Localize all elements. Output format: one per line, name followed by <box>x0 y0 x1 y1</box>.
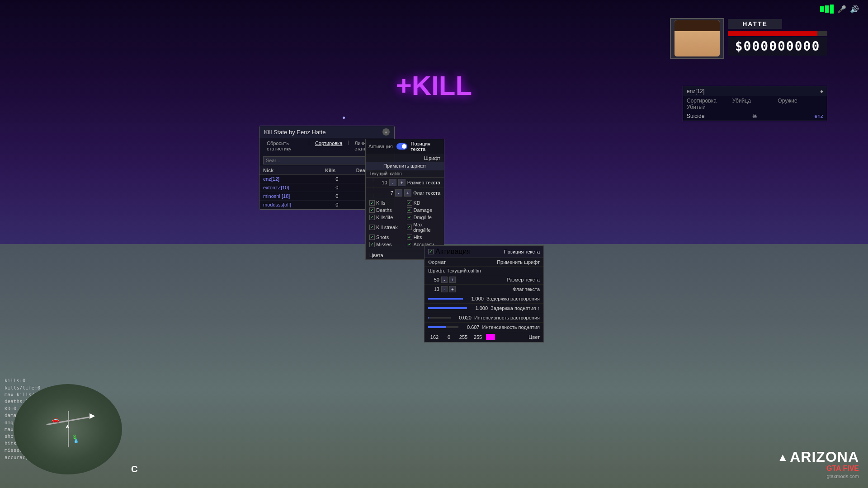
arizona-logo-text: ▲ ARIZONA <box>777 449 859 465</box>
stat-kills: kills:0 <box>5 377 52 384</box>
arizona-logo: ▲ ARIZONA GTA FIVE gtaxmods.com <box>777 449 859 479</box>
kill-log-close[interactable]: ● <box>820 88 823 94</box>
slider-track-1[interactable] <box>428 298 463 300</box>
check-shots-box[interactable]: ✓ <box>369 235 375 240</box>
fp-check-hits[interactable]: ✓ Hits <box>407 235 441 240</box>
row-kills: 0 <box>321 192 353 201</box>
fp-apply-font-btn[interactable]: Применить шрифт <box>366 162 444 170</box>
world-dot <box>343 117 345 119</box>
fp-flag-minus[interactable]: - <box>395 189 402 197</box>
slider-track-2[interactable] <box>428 307 467 309</box>
fp-check-killslife[interactable]: ✓ Kills/life <box>369 215 403 220</box>
kill-state-close-button[interactable]: ● <box>382 128 390 136</box>
kill-log-header: enz[12] ● <box>683 86 827 96</box>
row-kills: 0 <box>321 183 353 192</box>
check-misses-box[interactable]: ✓ <box>369 242 375 247</box>
victim-name: enz <box>778 113 823 119</box>
check-damage-box[interactable]: ✓ <box>407 207 412 213</box>
check-killslife-box[interactable]: ✓ <box>369 215 375 220</box>
fp-check-killstreak[interactable]: ✓ Kill streak <box>369 222 403 233</box>
health-bar <box>728 31 817 36</box>
sp2-size-minus[interactable]: - <box>441 277 448 283</box>
fp-check-maxdmg[interactable]: ✓ Max dmg/life <box>407 222 441 233</box>
fp-check-dmglife[interactable]: ✓ Dmg/life <box>407 215 441 220</box>
fp-check-misses[interactable]: ✓ Misses <box>369 242 403 247</box>
compass-arrow: ▶ <box>90 411 95 420</box>
activation-toggle[interactable] <box>396 143 407 150</box>
fp-check-deaths[interactable]: ✓ Deaths <box>369 207 403 213</box>
fp-check-shots[interactable]: ✓ Shots <box>369 235 403 240</box>
check-accuracy-box[interactable]: ✓ <box>407 242 412 247</box>
check-deaths-label: Deaths <box>376 207 392 213</box>
check-kd-box[interactable]: ✓ <box>407 200 412 206</box>
tab-sort[interactable]: Сортировка <box>311 140 346 152</box>
col-nick-header: Nick <box>259 166 321 175</box>
fp-size-plus[interactable]: + <box>398 179 406 186</box>
row-nick: extonzZ[10] <box>259 183 321 192</box>
sp2-size-plus[interactable]: + <box>449 277 456 283</box>
toggle-dot <box>402 144 406 149</box>
check-kills-label: Kills <box>376 200 385 206</box>
sp2-size-row: 50 - + Размер текста <box>425 275 543 285</box>
sp2-slider-label-2: Задержка поднятия ↑ <box>491 305 540 311</box>
check-killstreak-box[interactable]: ✓ <box>369 225 375 230</box>
sp2-slider-1: 1.000 Задержка растворения <box>425 294 543 304</box>
settings-panel2[interactable]: ✓ Активация Позиция текста Формат Примен… <box>424 245 544 343</box>
fp-current-font: Текущий: calibri <box>366 170 444 178</box>
check-damage-label: Damage <box>414 207 433 213</box>
sp2-slider-val-3: 0.020 <box>453 315 472 320</box>
check-kills-box[interactable]: ✓ <box>369 200 375 206</box>
sp2-slider-label-1: Задержка растворения <box>486 296 540 301</box>
fp-check-kills[interactable]: ✓ Kills <box>369 200 403 206</box>
sp2-slider-4: 0.607 Интенсивность поднятия <box>425 323 543 332</box>
fp-tab-position[interactable]: Позиция текста <box>411 141 441 152</box>
col-weapon-header: Оружие <box>778 98 823 104</box>
mic-icon: 🎤 <box>837 5 846 14</box>
top-indicators: 🎤 🔊 <box>820 5 859 14</box>
check-shots-label: Shots <box>376 235 389 240</box>
slider-fill-3 <box>428 317 429 319</box>
check-maxdmg-box[interactable]: ✓ <box>407 225 412 230</box>
sp2-slider-val-1: 1.000 <box>466 296 484 301</box>
fp-flag-plus[interactable]: + <box>404 189 411 197</box>
fp-tab-activation[interactable]: Активация <box>368 144 393 149</box>
sp2-font-row: Шрифт. Текущий:calibri <box>425 267 543 275</box>
sp2-color-swatch[interactable] <box>486 334 495 340</box>
tab-reset[interactable]: Сбросить статистику <box>263 140 307 152</box>
check-deaths-box[interactable]: ✓ <box>369 207 375 213</box>
avatar-face <box>675 20 720 56</box>
row-nick: enz[12] <box>259 175 321 183</box>
font-settings-panel[interactable]: Активация Позиция текста Шрифт Применить… <box>365 139 444 260</box>
fp-check-row-3: ✓ Kills/life ✓ Dmg/life <box>369 215 440 220</box>
slider-track-4[interactable] <box>428 326 458 328</box>
slider-track-3[interactable] <box>428 317 451 319</box>
fp-check-row-1: ✓ Kills ✓ KD <box>369 200 440 206</box>
weapon-icon: ☠ <box>732 113 778 119</box>
sp2-flag-val: 13 <box>428 286 439 292</box>
fp-check-row-2: ✓ Deaths ✓ Damage <box>369 207 440 213</box>
fp-size-minus[interactable]: - <box>389 179 396 186</box>
arizona-logo-icon: ▲ <box>777 451 788 464</box>
sp2-slider-3: 0.020 Интенсивность растворения <box>425 313 543 323</box>
check-maxdmg-label: Max dmg/life <box>413 222 440 233</box>
sp2-flag-minus[interactable]: - <box>441 286 448 292</box>
arizona-title: ARIZONA <box>790 449 859 465</box>
fp-check-kd[interactable]: ✓ KD <box>407 200 441 206</box>
sp2-color-a: 255 <box>472 334 484 340</box>
row-kills: 0 <box>321 175 353 183</box>
minimap-water-icon: 💧 <box>73 438 79 443</box>
sp2-tab-position[interactable]: Позиция текста <box>504 249 540 254</box>
minimap-car-icon: 🚗 <box>52 416 59 423</box>
check-dmglife-box[interactable]: ✓ <box>407 215 412 220</box>
killer-name: Suicide <box>687 113 732 119</box>
sp2-activation-check[interactable]: ✓ <box>428 249 434 254</box>
signal-bars <box>820 5 834 14</box>
money-display: $000000000 <box>728 37 827 56</box>
fp-check-damage[interactable]: ✓ Damage <box>407 207 441 213</box>
sp2-slider-2: 1.000 Задержка поднятия ↑ <box>425 304 543 313</box>
sp2-apply-font-label[interactable]: Применить шрифт <box>497 259 540 265</box>
sp2-size-val: 50 <box>428 277 439 282</box>
sp2-flag-plus[interactable]: + <box>449 286 456 292</box>
row-nick: moddsss[off] <box>259 201 321 209</box>
check-hits-box[interactable]: ✓ <box>407 235 412 240</box>
